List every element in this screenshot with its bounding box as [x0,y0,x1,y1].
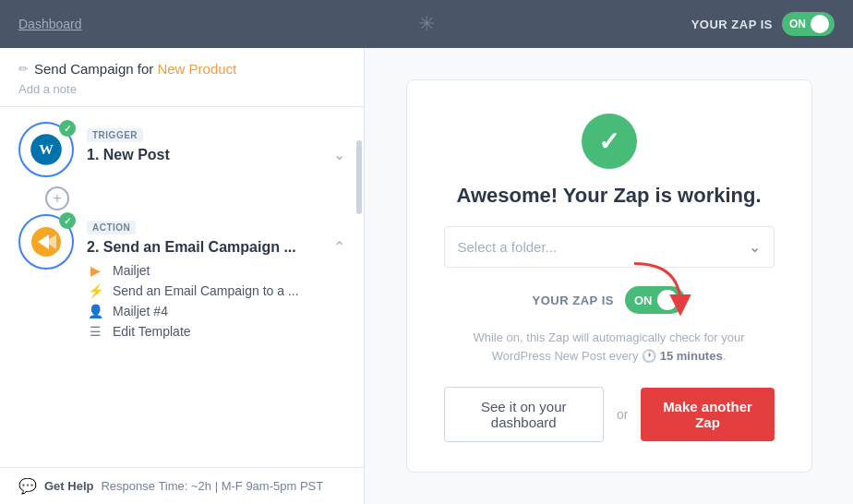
wordpress-logo: W [30,133,63,166]
folder-chevron-icon: ⌄ [749,238,761,256]
trigger-chevron-icon[interactable]: ⌄ [333,146,345,163]
action-sub-items: ▶ Mailjet ⚡ Send an Email Campaign to a … [87,263,345,339]
action-icon-wrapper: ✓ [18,214,74,270]
success-checkmark: ✓ [598,126,619,157]
clock-icon: 🕐 [642,349,660,363]
success-card: ✓ Awesome! Your Zap is working. Select a… [406,79,812,473]
header-toggle-circle [811,15,829,33]
zap-status-area: YOUR ZAP IS ON [691,12,835,36]
zap-title-prefix: Send Campaign for [34,61,157,77]
trigger-content: TRIGGER 1. New Post ⌄ [87,122,345,163]
snowflake-icon: ✳ [418,12,435,36]
desc-line1: While on, this Zap will automagically ch… [473,330,744,344]
success-title: Awesome! Your Zap is working. [456,184,761,208]
zap-title-highlight: New Product [157,61,236,77]
app-header: Dashboard ✳ YOUR ZAP IS ON [0,0,853,48]
see-dashboard-button[interactable]: See it on your dashboard [444,387,605,442]
zap-title: Send Campaign for New Product [34,61,236,77]
svg-text:W: W [39,141,54,157]
sub-item-edit-label: Edit Template [113,324,191,339]
zap-description: While on, this Zap will automagically ch… [473,329,744,365]
red-arrow-icon [630,257,694,317]
action-buttons-row: See it on your dashboard or Make another… [444,387,775,442]
header-toggle-text: ON [789,18,806,30]
sub-item-send-label: Send an Email Campaign to a ... [113,283,299,298]
zap-title-area: ✏ Send Campaign for New Product Add a no… [0,48,364,107]
zap-toggle-label: YOUR ZAP IS [533,294,614,307]
folder-select-dropdown[interactable]: Select a folder... ⌄ [444,226,775,268]
steps-area: W ✓ TRIGGER 1. New Post ⌄ + [0,107,364,467]
scroll-thumb [356,140,362,214]
footer-response-text: Response Time: ~2h | M-F 9am-5pm PST [101,479,323,493]
action-step: ✓ ACTION 2. Send an Email Campaign ... ⌃… [18,214,345,339]
mailjet-icon: ▶ [87,263,103,278]
desc-line2: WordPress New Post every [492,349,639,363]
trigger-check-badge: ✓ [59,120,76,137]
desc-period: . [723,349,727,363]
sub-item-mailjet: ▶ Mailjet [87,263,345,278]
action-chevron-icon[interactable]: ⌃ [333,238,345,256]
dashboard-link[interactable]: Dashboard [18,17,82,31]
lightning-icon: ⚡ [87,283,103,298]
right-content: ✓ Awesome! Your Zap is working. Select a… [365,48,853,504]
zap-toggle-row: YOUR ZAP IS ON [533,286,686,314]
action-badge: ACTION [87,221,136,234]
get-help-label: Get Help [44,479,93,493]
action-title: 2. Send an Email Campaign ... [87,239,296,256]
desc-time: 15 minutes [660,349,723,363]
mailjet-logo [30,226,62,258]
chat-icon: 💬 [18,477,37,495]
sidebar-footer: 💬 Get Help Response Time: ~2h | M-F 9am-… [0,467,364,504]
trigger-icon-wrapper: W ✓ [18,122,74,177]
or-label: or [617,407,628,422]
header-toggle[interactable]: ON [782,12,835,36]
sub-item-send-campaign: ⚡ Send an Email Campaign to a ... [87,283,345,298]
scroll-indicator[interactable] [356,122,362,467]
trigger-step: W ✓ TRIGGER 1. New Post ⌄ [18,122,345,177]
zap-status-label: YOUR ZAP IS [691,18,773,31]
connector-add-step: + [45,186,345,210]
left-sidebar: ✏ Send Campaign for New Product Add a no… [0,48,365,504]
action-content: ACTION 2. Send an Email Campaign ... ⌃ ▶… [87,214,345,339]
sub-item-mailjet-label: Mailjet [113,263,150,278]
add-note-button[interactable]: Add a note [18,82,77,96]
make-another-zap-button[interactable]: Make another Zap [641,388,774,441]
trigger-title: 1. New Post [87,147,170,163]
sub-item-mailjet4: 👤 Mailjet #4 [87,304,345,318]
sub-item-mailjet4-label: Mailjet #4 [113,304,168,318]
main-layout: ✏ Send Campaign for New Product Add a no… [0,48,853,504]
trigger-badge: TRIGGER [87,128,143,142]
person-icon: 👤 [87,304,103,318]
add-step-button[interactable]: + [45,186,69,210]
sub-item-edit-template: ☰ Edit Template [87,324,345,339]
folder-select-text: Select a folder... [458,239,558,255]
pencil-icon: ✏ [18,62,29,76]
action-check-badge: ✓ [59,212,76,229]
lines-icon: ☰ [87,324,103,339]
success-check-circle: ✓ [582,114,637,169]
